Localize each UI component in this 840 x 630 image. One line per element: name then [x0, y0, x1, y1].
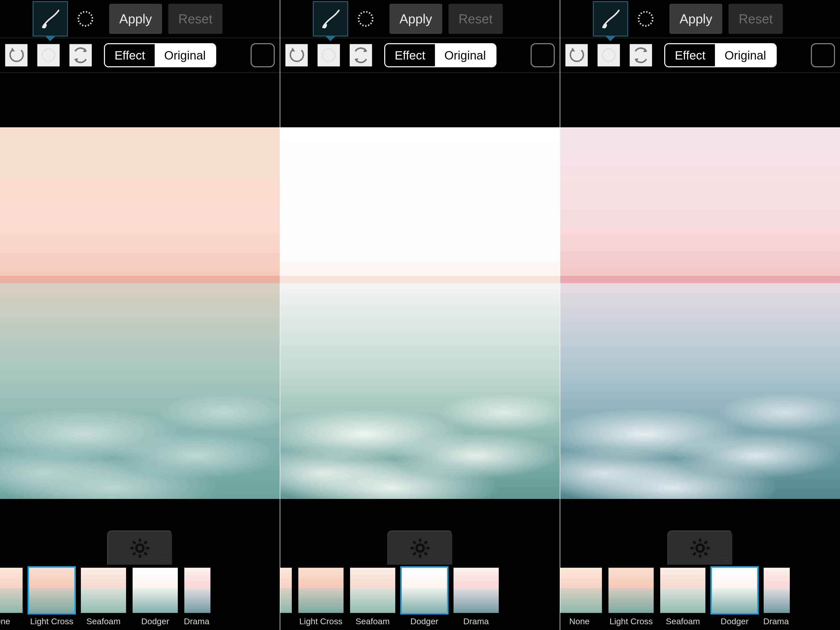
filter-item-light-cross[interactable]: Light Cross [297, 566, 345, 626]
filter-thumb [297, 566, 345, 614]
apply-button[interactable]: Apply [669, 4, 722, 34]
lasso-tool-button[interactable] [68, 1, 103, 36]
svg-line-29 [693, 542, 696, 544]
filter-label: Dodger [721, 616, 749, 626]
segment-effect[interactable]: Effect [665, 44, 715, 66]
image-preview[interactable] [560, 127, 840, 499]
filter-label: Seafoam [666, 616, 700, 626]
brush-tool-button[interactable] [593, 1, 628, 36]
svg-point-13 [416, 545, 424, 552]
filter-item-light-cross[interactable]: Light Cross [607, 566, 655, 626]
filter-item-light-cross[interactable]: Light Cross [28, 566, 76, 626]
redo-cycle-icon [631, 46, 651, 65]
app-panel-3: Apply Reset Effect Original :: None [560, 0, 840, 630]
svg-line-31 [705, 542, 707, 544]
segment-original[interactable]: Original [155, 44, 215, 66]
filter-item-drama[interactable]: Drama [762, 566, 790, 626]
filter-thumb [79, 566, 128, 614]
filter-item-drama[interactable]: Drama [183, 566, 210, 626]
redo-cycle-button[interactable] [630, 44, 652, 66]
filter-thumb [183, 566, 210, 614]
brush-tool-button[interactable] [313, 1, 348, 36]
filter-item-seafoam[interactable]: Seafoam [349, 566, 397, 626]
brush-icon [599, 8, 622, 30]
top-toolbar: Apply Reset [280, 0, 560, 38]
brush-icon [39, 8, 61, 30]
undo-button[interactable] [565, 44, 588, 66]
svg-point-22 [637, 11, 654, 27]
redo-cycle-icon [351, 46, 371, 65]
filter-thumb [349, 566, 397, 614]
secondary-toolbar: Effect Original [0, 38, 280, 73]
filter-thumb [607, 566, 655, 614]
filter-item-seafoam[interactable]: Seafoam [79, 566, 128, 626]
segment-original[interactable]: Original [715, 44, 775, 66]
filter-item-dodger[interactable]: Dodger [711, 566, 759, 626]
reset-button[interactable]: Reset [448, 4, 503, 34]
svg-point-12 [322, 49, 335, 62]
undo-button[interactable] [285, 44, 308, 66]
filter-thumb [659, 566, 707, 614]
apply-button[interactable]: Apply [390, 4, 442, 34]
brush-tool-button[interactable] [33, 1, 68, 36]
segment-original[interactable]: Original [435, 44, 496, 66]
app-panel-2: Apply Reset Effect Original :: None [280, 0, 561, 630]
svg-line-18 [413, 542, 415, 544]
shape-circle-button[interactable] [597, 44, 620, 66]
reset-button[interactable]: Reset [728, 4, 783, 34]
filter-item-none[interactable]: None [0, 566, 24, 626]
filter-label: None [569, 616, 590, 626]
filter-thumb [560, 566, 603, 614]
effect-original-toggle: Effect Original [104, 43, 216, 67]
segment-effect[interactable]: Effect [105, 44, 155, 66]
redo-cycle-button[interactable] [350, 44, 372, 66]
filter-thumb [762, 566, 790, 614]
filter-item-dodger[interactable]: Dodger [400, 566, 448, 626]
lasso-tool-button[interactable] [348, 1, 383, 36]
filter-thumb [280, 566, 293, 614]
undo-icon [287, 46, 306, 65]
filter-item-none[interactable]: None [560, 566, 603, 626]
svg-point-1 [42, 49, 55, 62]
svg-line-30 [705, 553, 707, 555]
filter-item-drama[interactable]: Drama [452, 566, 500, 626]
compare-toggle-button[interactable] [251, 43, 275, 67]
filter-label: Light Cross [609, 616, 653, 626]
triple-screenshot-row: Apply Reset Effect Original [0, 0, 840, 630]
redo-cycle-button[interactable] [69, 44, 92, 66]
image-preview[interactable] [0, 127, 280, 499]
segment-effect[interactable]: Effect [385, 44, 435, 66]
image-preview[interactable] [280, 127, 560, 499]
filter-label: Dodger [141, 616, 169, 626]
settings-tab-button[interactable]: :: [387, 531, 453, 566]
filter-item-seafoam[interactable]: Seafoam [659, 566, 707, 626]
filter-label: Drama [763, 616, 789, 626]
settings-tab-button[interactable]: :: [107, 531, 172, 566]
shape-circle-button[interactable] [37, 44, 60, 66]
lasso-tool-button[interactable] [628, 1, 663, 36]
filter-item-dodger[interactable]: Dodger [131, 566, 179, 626]
settings-tab-button[interactable]: :: [668, 531, 733, 566]
circle-icon [40, 47, 57, 63]
gear-icon [129, 537, 151, 559]
top-toolbar: Apply Reset [0, 0, 280, 38]
canvas-area [0, 73, 280, 533]
filter-filmstrip[interactable]: None Light Cross Seafoam Dodger Drama [560, 565, 840, 630]
circle-icon [321, 47, 337, 63]
filter-label: Seafoam [355, 616, 390, 626]
app-panel-1: Apply Reset Effect Original [0, 0, 280, 630]
filter-label: Light Cross [299, 616, 343, 626]
undo-button[interactable] [5, 44, 28, 66]
filter-filmstrip[interactable]: None Light Cross Seafoam Dodger Drama [280, 565, 560, 630]
compare-toggle-button[interactable] [531, 43, 555, 67]
filter-label: Dodger [411, 616, 439, 626]
reset-button[interactable]: Reset [168, 4, 223, 34]
effect-original-toggle: Effect Original [384, 43, 496, 67]
drag-dots-icon: :: [163, 555, 168, 563]
compare-toggle-button[interactable] [811, 43, 835, 67]
shape-circle-button[interactable] [317, 44, 340, 66]
apply-button[interactable]: Apply [109, 4, 162, 34]
filter-item-none[interactable]: None [280, 566, 293, 626]
filter-filmstrip[interactable]: None Light Cross Seafoam Dodger Drama [0, 565, 280, 630]
filter-label: Drama [463, 616, 489, 626]
